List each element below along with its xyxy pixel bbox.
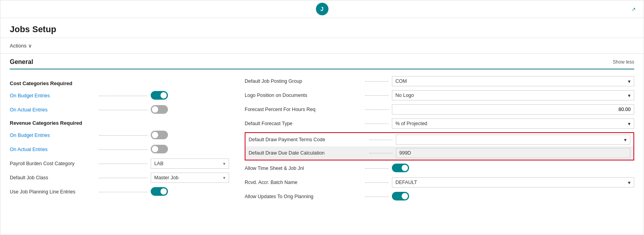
cost-on-actual-control bbox=[151, 105, 229, 115]
rcvd-accr-dropdown[interactable]: DEFAULT ▾ bbox=[392, 177, 634, 188]
rcvd-accr-row: Rcvd. Accr. Batch Name DEFAULT ▾ bbox=[245, 177, 634, 188]
allow-time-sheet-row: Allow Time Sheet & Job Jnl bbox=[245, 163, 634, 174]
default-draw-due-label: Default Draw Due Date Calculation bbox=[249, 150, 366, 156]
default-job-posting-label: Default Job Posting Group bbox=[245, 78, 362, 84]
use-job-planning-row: Use Job Planning Line Entries bbox=[10, 186, 229, 197]
logo-position-row: Logo Position on Documents No Logo ▾ bbox=[245, 90, 634, 101]
rcvd-accr-value: DEFAULT bbox=[395, 180, 417, 185]
cost-on-budget-label: On Budget Entries bbox=[10, 93, 96, 98]
default-job-class-chevron: ▾ bbox=[223, 175, 225, 180]
rev-on-budget-dots bbox=[99, 135, 148, 136]
allow-updates-control bbox=[392, 192, 634, 202]
logo-position-label: Logo Position on Documents bbox=[245, 93, 362, 98]
default-forecast-control: % of Projected ▾ bbox=[392, 118, 634, 129]
cost-on-actual-toggle[interactable] bbox=[151, 105, 168, 114]
use-job-planning-dots bbox=[99, 192, 148, 192]
rev-on-budget-row: On Budget Entries bbox=[10, 130, 229, 141]
default-job-posting-control: COM ▾ bbox=[392, 76, 634, 86]
top-right-link[interactable]: ↗ bbox=[631, 6, 636, 12]
allow-updates-row: Allow Updates To Orig Planning bbox=[245, 191, 634, 202]
logo-position-dots bbox=[365, 95, 389, 96]
cost-categories-title: Cost Categories Required bbox=[10, 80, 229, 86]
allow-time-sheet-toggle[interactable] bbox=[392, 164, 409, 172]
default-job-class-row: Default Job Class Master Job ▾ bbox=[10, 172, 229, 183]
app-icon: J bbox=[316, 3, 328, 15]
logo-position-dropdown[interactable]: No Logo ▾ bbox=[392, 90, 634, 100]
rev-on-actual-control bbox=[151, 145, 229, 155]
default-forecast-value: % of Projected bbox=[395, 121, 427, 126]
rev-on-actual-label: On Actual Entries bbox=[10, 147, 96, 152]
cost-on-budget-dots bbox=[99, 96, 148, 96]
logo-position-chevron: ▾ bbox=[628, 93, 631, 98]
rev-on-budget-toggle[interactable] bbox=[151, 131, 168, 139]
payroll-burden-chevron: ▾ bbox=[223, 161, 225, 166]
general-section-header: General Show less bbox=[0, 54, 644, 69]
default-draw-due-dots bbox=[369, 153, 393, 153]
allow-time-sheet-control bbox=[392, 164, 634, 173]
default-draw-payment-control: ▾ bbox=[396, 135, 630, 145]
rev-on-actual-row: On Actual Entries bbox=[10, 144, 229, 155]
general-title: General bbox=[10, 58, 33, 66]
actions-button[interactable]: Actions ∨ bbox=[10, 41, 32, 50]
use-job-planning-label: Use Job Planning Line Entries bbox=[10, 189, 96, 195]
allow-time-sheet-dots bbox=[365, 168, 389, 169]
default-forecast-row: Default Forecast Type % of Projected ▾ bbox=[245, 118, 634, 129]
default-job-posting-value: COM bbox=[395, 78, 407, 84]
page-title: Jobs Setup bbox=[10, 24, 634, 35]
rev-on-budget-label: On Budget Entries bbox=[10, 133, 96, 138]
default-forecast-label: Default Forecast Type bbox=[245, 121, 362, 126]
actions-label: Actions bbox=[10, 43, 27, 49]
payroll-burden-dropdown[interactable]: LAB ▾ bbox=[151, 158, 229, 169]
rev-on-actual-toggle[interactable] bbox=[151, 145, 168, 153]
form-right: Default Job Posting Group COM ▾ Logo Pos… bbox=[245, 76, 634, 205]
cost-on-budget-row: On Budget Entries bbox=[10, 90, 229, 101]
rcvd-accr-label: Rcvd. Accr. Batch Name bbox=[245, 180, 362, 185]
revenue-categories-title: Revenue Categories Required bbox=[10, 120, 229, 126]
allow-time-sheet-label: Allow Time Sheet & Job Jnl bbox=[245, 166, 362, 171]
forecast-percent-input[interactable] bbox=[392, 104, 634, 115]
rev-on-budget-control bbox=[151, 131, 229, 140]
default-draw-due-control bbox=[396, 148, 630, 158]
section-divider bbox=[10, 69, 634, 69]
default-draw-payment-dropdown[interactable]: ▾ bbox=[396, 135, 630, 145]
default-forecast-dots bbox=[365, 124, 389, 124]
payroll-burden-row: Payroll Burden Cost Category LAB ▾ bbox=[10, 158, 229, 169]
cost-on-actual-row: On Actual Entries bbox=[10, 104, 229, 115]
default-draw-payment-dots bbox=[369, 140, 393, 140]
default-job-class-dropdown[interactable]: Master Job ▾ bbox=[151, 173, 229, 183]
default-forecast-chevron: ▾ bbox=[628, 121, 631, 127]
forecast-percent-row: Forecast Percent For Hours Req bbox=[245, 104, 634, 115]
cost-on-budget-control bbox=[151, 91, 229, 101]
show-less-button[interactable]: Show less bbox=[613, 59, 634, 65]
default-draw-due-input[interactable] bbox=[396, 148, 630, 158]
forecast-percent-label: Forecast Percent For Hours Req bbox=[245, 107, 362, 112]
allow-updates-dots bbox=[365, 197, 389, 197]
default-draw-due-row: Default Draw Due Date Calculation bbox=[245, 146, 633, 160]
page-container: J ↗ Jobs Setup Actions ∨ General Show le… bbox=[0, 0, 644, 235]
default-job-class-dots bbox=[99, 178, 148, 178]
payroll-burden-dots bbox=[99, 164, 148, 164]
default-job-class-label: Default Job Class bbox=[10, 175, 96, 180]
cost-on-actual-label: On Actual Entries bbox=[10, 107, 96, 113]
top-bar: J ↗ bbox=[0, 0, 644, 18]
allow-updates-label: Allow Updates To Orig Planning bbox=[245, 194, 362, 199]
cost-on-budget-toggle[interactable] bbox=[151, 91, 168, 100]
cost-on-actual-dots bbox=[99, 110, 148, 110]
default-job-posting-chevron: ▾ bbox=[628, 78, 631, 84]
forecast-percent-control bbox=[392, 104, 634, 115]
rev-on-actual-dots bbox=[99, 149, 148, 150]
page-title-section: Jobs Setup bbox=[0, 18, 644, 38]
allow-updates-toggle[interactable] bbox=[392, 192, 409, 200]
default-draw-payment-row: Default Draw Payment Terms Code ▾ bbox=[245, 133, 633, 146]
default-draw-payment-chevron: ▾ bbox=[624, 137, 627, 143]
use-job-planning-toggle[interactable] bbox=[151, 187, 168, 196]
form-content: Cost Categories Required On Budget Entri… bbox=[0, 76, 644, 205]
default-job-posting-row: Default Job Posting Group COM ▾ bbox=[245, 76, 634, 87]
actions-chevron: ∨ bbox=[28, 43, 32, 49]
logo-position-control: No Logo ▾ bbox=[392, 90, 634, 100]
rcvd-accr-chevron: ▾ bbox=[628, 180, 631, 186]
default-forecast-dropdown[interactable]: % of Projected ▾ bbox=[392, 118, 634, 129]
actions-bar: Actions ∨ bbox=[0, 38, 644, 54]
default-job-posting-dropdown[interactable]: COM ▾ bbox=[392, 76, 634, 86]
default-job-class-control: Master Job ▾ bbox=[151, 173, 229, 183]
